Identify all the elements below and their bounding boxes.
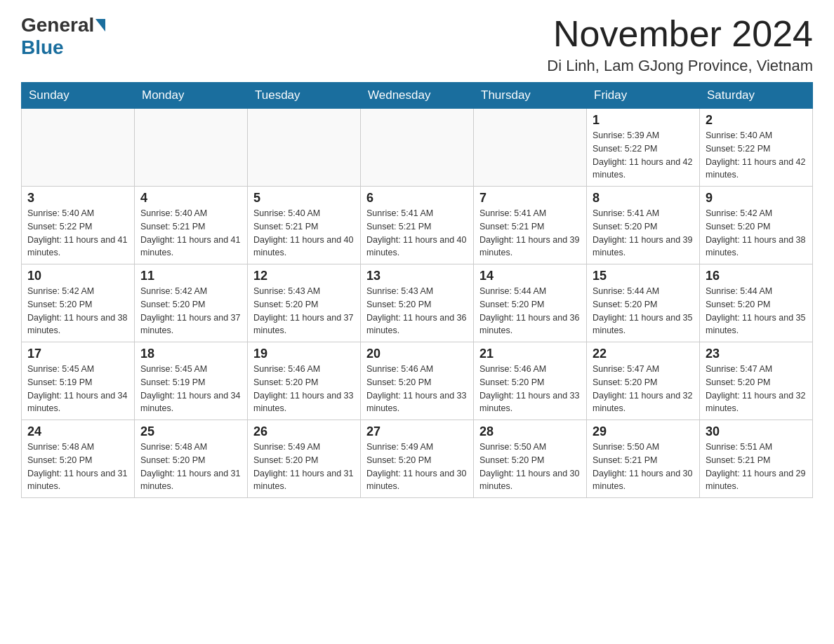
day-number: 12: [253, 269, 355, 283]
logo-blue-label: Blue: [21, 36, 64, 58]
day-info-line: Sunset: 5:22 PM: [593, 142, 694, 156]
day-info-line: Daylight: 11 hours and 32 minutes.: [706, 389, 807, 416]
day-info-line: Daylight: 11 hours and 40 minutes.: [253, 234, 355, 260]
day-cell: 24Sunrise: 5:48 AMSunset: 5:20 PMDayligh…: [22, 420, 135, 498]
logo-area: General Blue: [21, 14, 107, 59]
day-info-line: Daylight: 11 hours and 39 minutes.: [479, 234, 581, 260]
day-number: 28: [479, 424, 581, 439]
day-info-line: Sunrise: 5:43 AM: [366, 285, 468, 298]
day-info-line: Daylight: 11 hours and 33 minutes.: [366, 389, 468, 416]
day-cell: 30Sunrise: 5:51 AMSunset: 5:21 PMDayligh…: [700, 420, 813, 498]
day-cell: 18Sunrise: 5:45 AMSunset: 5:19 PMDayligh…: [135, 342, 248, 420]
day-number: 25: [140, 424, 241, 439]
day-number: 20: [366, 347, 468, 361]
weekday-header-tuesday: Tuesday: [248, 83, 361, 109]
day-cell: 5Sunrise: 5:40 AMSunset: 5:21 PMDaylight…: [248, 187, 361, 264]
weekday-header-saturday: Saturday: [700, 83, 813, 109]
day-cell: 14Sunrise: 5:44 AMSunset: 5:20 PMDayligh…: [474, 264, 587, 342]
day-info-line: Sunrise: 5:46 AM: [479, 363, 581, 376]
day-info-line: Sunset: 5:20 PM: [706, 298, 807, 311]
day-info-line: Sunrise: 5:44 AM: [706, 285, 807, 298]
day-info-line: Daylight: 11 hours and 31 minutes.: [140, 467, 241, 494]
day-info-line: Sunset: 5:20 PM: [253, 376, 355, 389]
day-info-line: Sunrise: 5:45 AM: [27, 363, 128, 376]
day-info-line: Daylight: 11 hours and 30 minutes.: [593, 467, 694, 494]
day-number: 26: [253, 424, 355, 439]
day-info-line: Daylight: 11 hours and 35 minutes.: [593, 311, 694, 338]
day-number: 4: [140, 191, 241, 206]
day-info-line: Daylight: 11 hours and 37 minutes.: [253, 311, 355, 338]
day-cell: 8Sunrise: 5:41 AMSunset: 5:20 PMDaylight…: [587, 187, 700, 264]
title-area: November 2024 Di Linh, Lam GJong Provinc…: [547, 14, 813, 75]
week-row-5: 24Sunrise: 5:48 AMSunset: 5:20 PMDayligh…: [22, 420, 813, 498]
day-info-line: Sunset: 5:20 PM: [706, 220, 807, 234]
day-info-line: Sunset: 5:20 PM: [366, 376, 468, 389]
day-number: 11: [140, 269, 241, 283]
day-number: 30: [706, 424, 807, 439]
day-info-line: Sunrise: 5:47 AM: [593, 363, 694, 376]
day-info-line: Sunrise: 5:47 AM: [706, 363, 807, 376]
day-number: 3: [27, 191, 128, 206]
day-info-line: Daylight: 11 hours and 30 minutes.: [366, 467, 468, 494]
day-info-line: Sunrise: 5:40 AM: [140, 207, 241, 220]
weekday-header-monday: Monday: [135, 83, 248, 109]
day-info-line: Sunrise: 5:46 AM: [253, 363, 355, 376]
day-info-line: Daylight: 11 hours and 40 minutes.: [366, 234, 468, 260]
week-row-2: 3Sunrise: 5:40 AMSunset: 5:22 PMDaylight…: [22, 187, 813, 264]
day-info-line: Sunrise: 5:42 AM: [140, 285, 241, 298]
day-number: 18: [140, 347, 241, 361]
day-info-line: Daylight: 11 hours and 31 minutes.: [27, 467, 128, 494]
day-info-line: Daylight: 11 hours and 36 minutes.: [479, 311, 581, 338]
day-info-line: Sunrise: 5:41 AM: [593, 207, 694, 220]
day-info-line: Sunrise: 5:50 AM: [479, 441, 581, 454]
day-info-line: Sunset: 5:21 PM: [140, 220, 241, 234]
day-info-line: Sunset: 5:21 PM: [366, 220, 468, 234]
weekday-header-friday: Friday: [587, 83, 700, 109]
day-number: 5: [253, 191, 355, 206]
day-cell: [474, 109, 587, 187]
day-info-line: Sunrise: 5:42 AM: [706, 207, 807, 220]
day-info-line: Sunset: 5:20 PM: [140, 454, 241, 467]
day-info-line: Daylight: 11 hours and 34 minutes.: [140, 389, 241, 416]
day-info-line: Sunset: 5:20 PM: [27, 298, 128, 311]
day-info-line: Sunset: 5:20 PM: [479, 298, 581, 311]
day-info-line: Sunrise: 5:42 AM: [27, 285, 128, 298]
day-info-line: Sunrise: 5:50 AM: [593, 441, 694, 454]
day-info-line: Daylight: 11 hours and 37 minutes.: [140, 311, 241, 338]
day-info-line: Sunrise: 5:39 AM: [593, 129, 694, 142]
day-info-line: Sunrise: 5:48 AM: [27, 441, 128, 454]
day-cell: [248, 109, 361, 187]
day-cell: 10Sunrise: 5:42 AMSunset: 5:20 PMDayligh…: [22, 264, 135, 342]
day-info-line: Sunrise: 5:51 AM: [706, 441, 807, 454]
weekday-header-row: SundayMondayTuesdayWednesdayThursdayFrid…: [22, 83, 813, 109]
day-info-line: Daylight: 11 hours and 33 minutes.: [479, 389, 581, 416]
day-info-line: Daylight: 11 hours and 36 minutes.: [366, 311, 468, 338]
day-info-line: Daylight: 11 hours and 41 minutes.: [27, 234, 128, 260]
day-info-line: Sunrise: 5:49 AM: [366, 441, 468, 454]
day-number: 17: [27, 347, 128, 361]
subtitle: Di Linh, Lam GJong Province, Vietnam: [547, 57, 813, 75]
day-cell: 19Sunrise: 5:46 AMSunset: 5:20 PMDayligh…: [248, 342, 361, 420]
day-info-line: Sunrise: 5:40 AM: [706, 129, 807, 142]
day-info-line: Sunset: 5:20 PM: [593, 220, 694, 234]
day-cell: 11Sunrise: 5:42 AMSunset: 5:20 PMDayligh…: [135, 264, 248, 342]
week-row-1: 1Sunrise: 5:39 AMSunset: 5:22 PMDaylight…: [22, 109, 813, 187]
day-cell: 22Sunrise: 5:47 AMSunset: 5:20 PMDayligh…: [587, 342, 700, 420]
day-number: 27: [366, 424, 468, 439]
day-info-line: Daylight: 11 hours and 39 minutes.: [593, 234, 694, 260]
weekday-header-wednesday: Wednesday: [361, 83, 474, 109]
day-cell: [22, 109, 135, 187]
header: General Blue November 2024 Di Linh, Lam …: [21, 14, 813, 75]
weekday-header-thursday: Thursday: [474, 83, 587, 109]
day-info-line: Daylight: 11 hours and 38 minutes.: [706, 234, 807, 260]
day-cell: [135, 109, 248, 187]
day-cell: 7Sunrise: 5:41 AMSunset: 5:21 PMDaylight…: [474, 187, 587, 264]
day-info-line: Daylight: 11 hours and 42 minutes.: [593, 156, 694, 182]
day-number: 2: [706, 113, 807, 128]
day-number: 15: [593, 269, 694, 283]
day-info-line: Sunset: 5:20 PM: [366, 454, 468, 467]
day-info-line: Sunset: 5:20 PM: [366, 298, 468, 311]
day-cell: 3Sunrise: 5:40 AMSunset: 5:22 PMDaylight…: [22, 187, 135, 264]
day-number: 16: [706, 269, 807, 283]
day-info-line: Sunset: 5:20 PM: [479, 376, 581, 389]
